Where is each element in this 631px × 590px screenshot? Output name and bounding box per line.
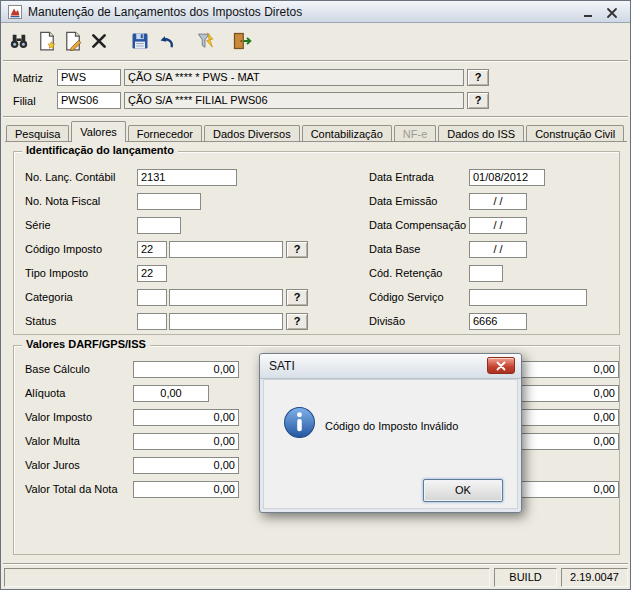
matriz-desc-field: ÇÃO S/A **** * PWS - MAT (124, 69, 464, 86)
tab-contabilizacao[interactable]: Contabilização (302, 125, 392, 142)
new-document-icon (37, 31, 57, 51)
filter-button[interactable] (193, 28, 219, 54)
no-nota-fiscal-label: No. Nota Fiscal (25, 195, 100, 208)
header-separator (3, 116, 628, 118)
categoria-help-button[interactable]: ? (286, 289, 308, 306)
sati-message-dialog: SATI Código d (259, 353, 522, 513)
statusbar-separator (3, 563, 628, 565)
toolbar-separator (3, 60, 628, 62)
aliquota-input[interactable]: 0,00 (133, 385, 209, 402)
base-calculo-input[interactable]: 0,00 (133, 361, 239, 378)
tab-nfe[interactable]: NF-e (394, 125, 436, 142)
tipo-imposto-input[interactable]: 22 (137, 265, 167, 282)
search-button[interactable] (6, 28, 32, 54)
undo-button[interactable] (153, 28, 179, 54)
application-window: Manutenção de Lançamentos dos Impostos D… (0, 0, 631, 590)
codigo-imposto-help-button[interactable]: ? (286, 241, 308, 258)
valor-juros-input[interactable]: 0,00 (133, 457, 239, 474)
codigo-servico-label: Código Serviço (369, 291, 444, 304)
categoria-label: Categoria (25, 291, 73, 304)
save-button[interactable] (127, 28, 153, 54)
serie-label: Série (25, 219, 51, 232)
filial-label: Filial (13, 95, 36, 108)
title-bar[interactable]: Manutenção de Lançamentos dos Impostos D… (1, 1, 630, 23)
codigo-imposto-desc-field (169, 241, 283, 258)
matriz-label: Matriz (13, 72, 43, 85)
codigo-imposto-code-input[interactable]: 22 (137, 241, 167, 258)
info-icon (283, 406, 316, 439)
valor-juros-label: Valor Juros (25, 459, 80, 472)
filial-code-input[interactable]: PWS06 (57, 92, 121, 109)
identificacao-legend: Identificação do lançamento (22, 144, 178, 156)
dialog-message: Código do Imposto Inválido (325, 420, 458, 432)
data-emissao-input[interactable]: / / (469, 193, 527, 210)
tipo-imposto-label: Tipo Imposto (25, 267, 88, 280)
no-nota-fiscal-input[interactable] (137, 193, 201, 210)
valor-multa-label: Valor Multa (25, 435, 80, 448)
dialog-title: SATI (269, 359, 295, 373)
data-base-input[interactable]: / / (469, 241, 527, 258)
codigo-servico-input[interactable] (469, 289, 587, 306)
matriz-code-input[interactable]: PWS (57, 69, 121, 86)
ok-button[interactable]: OK (423, 479, 503, 502)
valor-total-da-nota-input[interactable]: 0,00 (133, 481, 239, 498)
statusbar-message-cell (4, 568, 490, 587)
serie-input[interactable] (137, 217, 181, 234)
tab-fornecedor[interactable]: Fornecedor (128, 125, 202, 142)
tab-strip: Pesquisa Valores Fornecedor Dados Divers… (6, 121, 626, 142)
exit-icon (232, 31, 252, 51)
filial-help-button[interactable]: ? (467, 92, 489, 109)
statusbar-build-cell: BUILD (494, 568, 557, 587)
data-entrada-label: Data Entrada (369, 171, 434, 184)
delete-icon (90, 32, 108, 50)
no-lanc-contabil-label: No. Lanç. Contábil (25, 171, 116, 184)
no-lanc-contabil-input[interactable]: 2131 (137, 169, 237, 186)
dialog-close-button[interactable] (487, 357, 515, 374)
aliquota-label: Alíquota (25, 387, 65, 400)
valor-multa-input[interactable]: 0,00 (133, 433, 239, 450)
tab-dados-diversos[interactable]: Dados Diversos (204, 125, 300, 142)
codigo-imposto-label: Código Imposto (25, 243, 102, 256)
data-base-label: Data Base (369, 243, 420, 256)
minimize-button[interactable] (578, 5, 598, 20)
valor-imposto-input[interactable]: 0,00 (133, 409, 239, 426)
close-button[interactable] (602, 5, 622, 20)
base-calculo-label: Base Cálculo (25, 363, 90, 376)
exit-button[interactable] (229, 28, 255, 54)
filial-desc-field: ÇÃO S/A **** FILIAL PWS06 (124, 92, 464, 109)
matriz-help-button[interactable]: ? (467, 69, 489, 86)
divisao-input[interactable]: 6666 (469, 313, 527, 330)
edit-button[interactable] (60, 28, 86, 54)
data-emissao-label: Data Emissão (369, 195, 437, 208)
valor-imposto-label: Valor Imposto (25, 411, 92, 424)
dialog-body: Código do Imposto Inválido OK (263, 379, 518, 509)
categoria-code-input[interactable] (137, 289, 167, 306)
data-compensacao-label: Data Compensação (369, 219, 466, 232)
tab-pesquisa[interactable]: Pesquisa (6, 125, 69, 142)
tab-dados-do-iss[interactable]: Dados do ISS (438, 125, 524, 142)
status-help-button[interactable]: ? (286, 313, 308, 330)
valor-total-da-nota-label: Valor Total da Nota (25, 483, 118, 496)
valores-legend: Valores DARF/GPS/ISS (22, 338, 150, 350)
cod-retencao-input[interactable] (469, 265, 503, 282)
cod-retencao-label: Cód. Retenção (369, 267, 442, 280)
edit-document-icon (63, 31, 83, 51)
window-title: Manutenção de Lançamentos dos Impostos D… (28, 5, 302, 19)
data-entrada-input[interactable]: 01/08/2012 (469, 169, 545, 186)
undo-icon (156, 31, 176, 51)
tab-construcao-civil[interactable]: Construção Civil (526, 125, 624, 142)
data-compensacao-input[interactable]: / / (469, 217, 527, 234)
status-desc-field (169, 313, 283, 330)
dialog-title-bar[interactable]: SATI (260, 354, 521, 379)
search-icon (9, 31, 29, 51)
new-button[interactable] (34, 28, 60, 54)
app-icon (8, 5, 22, 19)
close-icon (496, 361, 506, 371)
delete-button[interactable] (86, 28, 112, 54)
filter-icon (196, 31, 216, 51)
categoria-desc-field (169, 289, 283, 306)
save-icon (130, 31, 150, 51)
status-code-input[interactable] (137, 313, 167, 330)
divisao-label: Divisão (369, 315, 405, 328)
tab-valores[interactable]: Valores (71, 121, 125, 142)
